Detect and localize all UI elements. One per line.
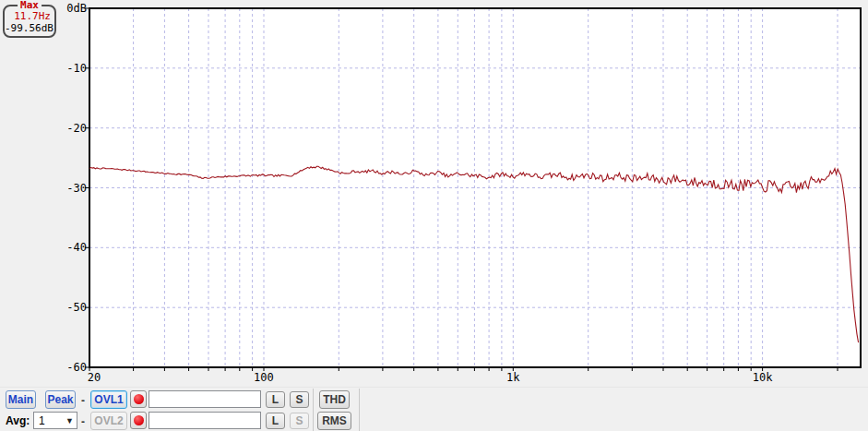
analyzer-window: 0dB-10-20-30-40-50-60 201001k10k Max 11.… [0, 0, 868, 431]
ovl2-save-button[interactable]: S [290, 413, 309, 429]
toolbar: Main Peak - OVL1 L S THD Avg: 1 ▼ - OVL2… [0, 387, 868, 431]
max-frequency-value: 11.7Hz [5, 10, 54, 22]
ovl2-load-button[interactable]: L [266, 413, 285, 429]
ovl1-load-button[interactable]: L [266, 391, 285, 408]
record-dot-icon [134, 415, 144, 425]
chevron-down-icon: ▼ [65, 416, 74, 425]
dash-separator-1: - [81, 394, 85, 407]
max-level-value: -99.56dB [5, 22, 54, 34]
peak-button[interactable]: Peak [45, 390, 76, 409]
ovl2-file-input[interactable] [149, 412, 261, 429]
max-box-label: Max [18, 0, 42, 11]
ovl1-button[interactable]: OVL1 [90, 390, 127, 409]
spectrum-plot [0, 0, 868, 387]
y-axis-tick-label: -50 [46, 302, 87, 313]
thd-button[interactable]: THD [319, 390, 350, 409]
ovl1-record-button[interactable] [130, 390, 147, 408]
toolbar-separator [359, 389, 360, 431]
rms-button[interactable]: RMS [317, 412, 351, 430]
dash-separator-2: - [81, 415, 85, 428]
toolbar-separator [313, 389, 314, 431]
x-axis-tick-label: 100 [254, 371, 274, 384]
main-button[interactable]: Main [6, 390, 36, 409]
max-readout-box: Max 11.7Hz -99.56dB [3, 5, 56, 38]
avg-label: Avg: [6, 414, 30, 427]
ovl1-save-button[interactable]: S [290, 391, 309, 408]
ovl2-button[interactable]: OVL2 [90, 412, 127, 430]
x-axis-tick-label: 10k [753, 371, 773, 384]
y-axis-tick-label: -60 [46, 362, 87, 373]
y-axis-tick-label: -10 [46, 63, 87, 74]
avg-selected-value: 1 [39, 414, 45, 427]
ovl2-record-button[interactable] [130, 412, 147, 429]
x-axis-tick-label: 20 [88, 371, 101, 384]
y-axis-tick-label: -30 [46, 183, 87, 194]
x-axis-tick-label: 1k [506, 371, 519, 384]
y-axis-tick-label: -40 [46, 242, 87, 253]
ovl1-file-input[interactable] [149, 390, 261, 408]
y-axis-tick-label: -20 [46, 123, 87, 134]
record-dot-icon [134, 394, 144, 404]
avg-select[interactable]: 1 ▼ [33, 412, 77, 429]
